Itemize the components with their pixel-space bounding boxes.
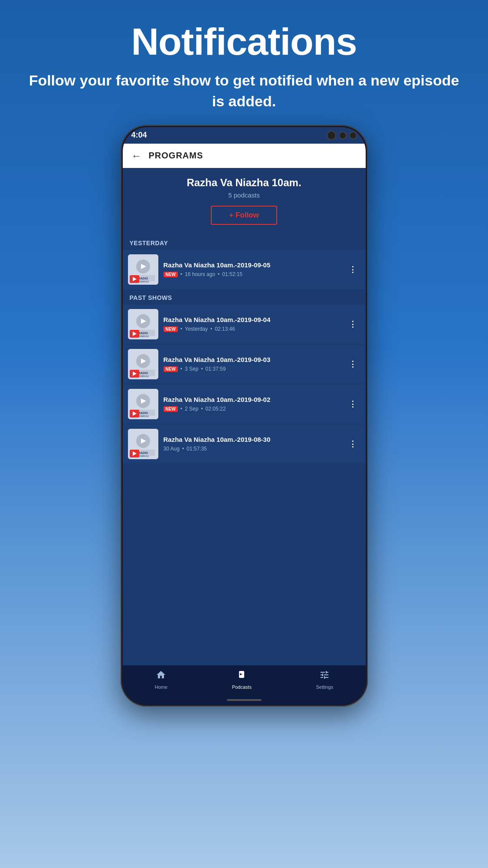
phone-frame: 4:04 ← PROGRAMS Razha Va Niazha 10am. 5 … <box>121 125 368 707</box>
podcast-info: Razha Va Niazha 10am.-2019-09-04 NEW • Y… <box>164 316 340 332</box>
back-button[interactable]: ← <box>131 150 142 162</box>
home-label: Home <box>155 684 167 690</box>
podcast-info: Razha Va Niazha 10am.-2019-09-02 NEW • 2… <box>164 396 340 412</box>
svg-text:RADIO: RADIO <box>138 411 148 414</box>
play-button[interactable] <box>130 370 139 378</box>
time-ago: 16 hours ago <box>185 271 215 277</box>
show-title: Razha Va Niazha 10am. <box>131 177 357 189</box>
new-badge: NEW <box>164 272 178 277</box>
podcast-thumbnail: RADIO HAMRAH <box>128 349 158 379</box>
more-options-button[interactable]: ⋮ <box>345 318 360 331</box>
podcast-meta: NEW • 3 Sep • 01:37:59 <box>164 366 340 372</box>
meta-separator-2: • <box>201 366 203 372</box>
play-button[interactable] <box>130 410 139 418</box>
more-options-button[interactable]: ⋮ <box>345 358 360 371</box>
meta-separator-2: • <box>201 406 203 412</box>
duration: 02:13:46 <box>215 326 235 332</box>
duration: 01:37:59 <box>206 366 226 372</box>
home-icon <box>156 670 166 683</box>
more-options-button[interactable]: ⋮ <box>345 437 360 450</box>
play-button[interactable] <box>130 450 139 457</box>
podcast-title: Razha Va Niazha 10am.-2019-09-02 <box>164 396 340 403</box>
podcast-title: Razha Va Niazha 10am.-2019-09-05 <box>164 261 340 269</box>
podcasts-icon <box>236 670 247 683</box>
play-icon <box>133 372 137 376</box>
duration: 01:57:35 <box>187 446 207 452</box>
meta-separator: • <box>182 446 184 452</box>
meta-separator: • <box>180 271 182 277</box>
page-title: Notifications <box>26 22 462 62</box>
camera-tertiary <box>349 132 357 139</box>
podcast-info: Razha Va Niazha 10am.-2019-09-05 NEW • 1… <box>164 261 340 277</box>
time-ago: 3 Sep <box>185 366 198 372</box>
time-display: 4:04 <box>131 131 147 140</box>
podcasts-label: Podcasts <box>232 684 252 690</box>
time-ago: Yesterday <box>185 326 208 332</box>
camera-main <box>327 131 336 140</box>
new-badge: NEW <box>164 326 178 332</box>
play-icon <box>133 332 137 336</box>
list-item[interactable]: RADIO HAMRAH Razha Va Niazha 10am.-2019-… <box>123 305 366 344</box>
podcast-title: Razha Va Niazha 10am.-2019-09-03 <box>164 356 340 363</box>
more-options-button[interactable]: ⋮ <box>345 398 360 411</box>
svg-text:RADIO: RADIO <box>138 372 148 375</box>
new-badge: NEW <box>164 366 178 372</box>
podcast-thumbnail: RADIO HAMRAH <box>128 254 158 285</box>
more-options-button[interactable]: ⋮ <box>345 263 360 276</box>
duration: 02:05:22 <box>206 406 226 412</box>
page-subtitle: Follow your favorite show to get notifie… <box>26 70 462 112</box>
svg-text:RADIO: RADIO <box>138 277 148 280</box>
time-ago: 2 Sep <box>185 406 198 412</box>
podcast-info: Razha Va Niazha 10am.-2019-08-30 30 Aug … <box>164 436 340 452</box>
podcast-thumbnail: RADIO HAMRAH <box>128 309 158 339</box>
list-item[interactable]: RADIO HAMRAH Razha Va Niazha 10am.-2019-… <box>123 250 366 289</box>
podcast-meta: NEW • 16 hours ago • 01:52:15 <box>164 271 340 277</box>
podcast-count: 5 podcasts <box>131 191 357 199</box>
meta-separator-2: • <box>210 326 212 332</box>
podcast-thumbnail: RADIO HAMRAH <box>128 429 158 459</box>
list-item[interactable]: RADIO HAMRAH Razha Va Niazha 10am.-2019-… <box>123 385 366 424</box>
bottom-navigation: Home Podcasts <box>123 665 366 696</box>
play-button[interactable] <box>130 330 139 338</box>
duration: 01:52:15 <box>222 271 242 277</box>
app-content: Razha Va Niazha 10am. 5 podcasts + Follo… <box>123 168 366 696</box>
home-indicator <box>123 696 366 704</box>
nav-item-podcasts[interactable]: Podcasts <box>232 670 252 690</box>
svg-text:RADIO: RADIO <box>138 451 148 454</box>
podcast-meta: 30 Aug • 01:57:35 <box>164 446 340 452</box>
podcast-meta: NEW • Yesterday • 02:13:46 <box>164 326 340 332</box>
section-yesterday: YESTERDAY <box>123 235 366 250</box>
meta-separator: • <box>180 406 182 412</box>
meta-separator: • <box>180 366 182 372</box>
podcast-title: Razha Va Niazha 10am.-2019-08-30 <box>164 436 340 443</box>
podcast-info: Razha Va Niazha 10am.-2019-09-03 NEW • 3… <box>164 356 340 372</box>
settings-label: Settings <box>316 684 333 690</box>
settings-icon <box>319 670 330 683</box>
play-button[interactable] <box>130 275 139 283</box>
time-ago: 30 Aug <box>164 446 180 452</box>
new-badge: NEW <box>164 406 178 412</box>
podcast-meta: NEW • 2 Sep • 02:05:22 <box>164 406 340 412</box>
phone-inner: 4:04 ← PROGRAMS Razha Va Niazha 10am. 5 … <box>123 127 366 704</box>
play-icon <box>133 277 137 281</box>
show-header: Razha Va Niazha 10am. 5 podcasts + Follo… <box>123 168 366 235</box>
meta-separator-2: • <box>218 271 219 277</box>
play-icon <box>133 411 137 416</box>
play-icon <box>133 451 137 456</box>
camera-secondary <box>339 132 347 139</box>
nav-title: PROGRAMS <box>149 151 203 161</box>
status-bar: 4:04 <box>123 127 366 144</box>
header-section: Notifications Follow your favorite show … <box>0 0 488 125</box>
follow-button[interactable]: + Follow <box>211 206 277 225</box>
phone-bezel: 4:04 ← PROGRAMS Razha Va Niazha 10am. 5 … <box>123 127 366 704</box>
list-item[interactable]: RADIO HAMRAH Razha Va Niazha 10am.-2019-… <box>123 345 366 384</box>
section-past-shows: PAST SHOWS <box>123 290 366 305</box>
podcast-list: YESTERDAY RADIO HAMRAH <box>123 235 366 665</box>
camera-cluster <box>327 131 357 140</box>
nav-item-home[interactable]: Home <box>155 670 167 690</box>
home-bar <box>227 699 262 701</box>
meta-separator: • <box>180 326 182 332</box>
svg-text:RADIO: RADIO <box>138 332 148 335</box>
nav-item-settings[interactable]: Settings <box>316 670 333 690</box>
list-item[interactable]: RADIO HAMRAH Razha Va Niazha 10am.-2019-… <box>123 424 366 464</box>
